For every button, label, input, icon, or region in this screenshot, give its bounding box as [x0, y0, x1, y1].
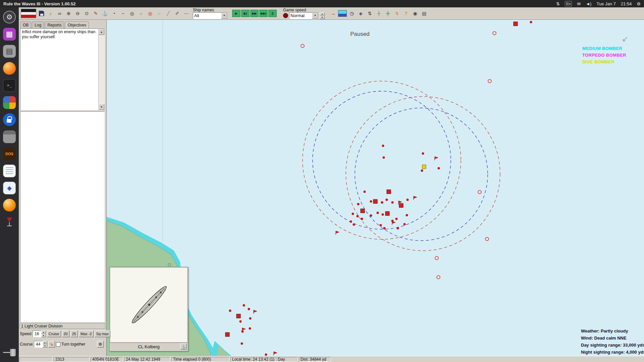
altitude-button[interactable]: ⇅ — [366, 9, 374, 18]
ship-dot[interactable] — [395, 218, 397, 220]
ship-dot[interactable] — [406, 214, 408, 216]
mail-icon[interactable]: ✉ — [577, 1, 581, 6]
flag-marker[interactable] — [274, 352, 277, 355]
course-input[interactable]: 44 ▲▼ — [34, 341, 47, 348]
aircraft-marker[interactable] — [488, 79, 491, 83]
ship-dot[interactable] — [422, 153, 424, 155]
dock-writer-icon[interactable] — [1, 163, 17, 179]
dock-terminal-icon[interactable]: >_ — [1, 78, 17, 93]
contact-rings-button[interactable]: ◎ — [128, 9, 136, 18]
course-pointer-button[interactable]: ⇘ — [48, 341, 55, 348]
dock-firefox-icon[interactable] — [1, 61, 17, 76]
aircraft-marker[interactable] — [493, 32, 496, 35]
ship-dot[interactable] — [352, 213, 354, 215]
chevron-down-icon[interactable]: ▼ — [221, 13, 227, 19]
anchor-button[interactable]: ⚓ — [180, 344, 186, 350]
flag-marker[interactable] — [435, 157, 438, 160]
dock-trash-icon[interactable] — [1, 345, 17, 360]
ship-dot[interactable] — [229, 310, 231, 312]
play-step-button[interactable]: ▶| — [241, 10, 250, 17]
selected-unit-square[interactable] — [422, 165, 426, 169]
tactical-map[interactable]: Paused ↙ MEDIUM BOMBERTORPEDO BOMBERDIVE… — [107, 20, 644, 356]
ship-dot[interactable] — [407, 199, 409, 201]
ship-dot[interactable] — [421, 170, 423, 172]
clock-time[interactable]: 21:54 — [621, 1, 632, 6]
flagship-square[interactable] — [361, 209, 365, 213]
tab-objectives[interactable]: Objectives — [65, 21, 89, 28]
ship-dot[interactable] — [249, 327, 251, 329]
speed-preset-25[interactable]: 25 — [70, 330, 78, 337]
ruler-button[interactable]: ╱ — [164, 9, 172, 18]
dock-dosbox-icon[interactable]: DOS — [1, 146, 17, 162]
ship-dot[interactable] — [380, 224, 382, 226]
zoom-out-button[interactable]: ⊖ — [73, 9, 82, 18]
ship-dot[interactable] — [383, 157, 385, 159]
flag-marker[interactable] — [254, 310, 257, 314]
language-indicator[interactable]: En — [565, 1, 572, 6]
binoculars-button[interactable]: ∞ — [55, 9, 64, 18]
speed-preset-max-2[interactable]: Max -2 — [79, 330, 94, 337]
radio-button[interactable]: ╪ — [384, 9, 392, 18]
ship-dot[interactable] — [381, 201, 383, 203]
objectives-scrollbar[interactable]: ▲ ▼ — [98, 29, 104, 110]
red-target-button[interactable]: ◎ — [146, 9, 154, 18]
scroll-track[interactable] — [99, 35, 104, 104]
print-button[interactable]: ▤ — [420, 9, 428, 18]
flagship-square[interactable] — [514, 22, 518, 26]
tab-ob[interactable]: OB — [20, 21, 31, 28]
screenshot-button[interactable]: ◉ — [411, 9, 419, 18]
flagship-square[interactable] — [385, 212, 389, 216]
aircraft-marker[interactable] — [485, 237, 489, 241]
play-faster-button[interactable]: ▶▶| — [259, 10, 268, 17]
speed-preset-sq-max[interactable]: Sq max — [95, 330, 110, 337]
flagship-square[interactable] — [225, 333, 229, 337]
session-settings-icon[interactable]: ⚙ — [637, 1, 641, 6]
aircraft-marker[interactable] — [301, 44, 304, 48]
range-minus-button[interactable]: − — [119, 9, 127, 18]
stopwatch-button[interactable]: ◷ — [347, 9, 356, 18]
play-fast-button[interactable]: ▶▶ — [250, 10, 259, 17]
flagship-square[interactable] — [399, 203, 403, 207]
ship-dot[interactable] — [383, 227, 385, 229]
flagship-square[interactable] — [373, 199, 377, 203]
keyboard-indicator-icon[interactable]: ⇅ — [556, 1, 560, 6]
division-settings-button[interactable]: ⚙ — [97, 341, 104, 348]
zoom-in-button[interactable]: ⊕ — [64, 9, 73, 18]
ship-dot[interactable] — [377, 212, 379, 214]
dock-menu-icon[interactable]: ⚙ — [1, 9, 17, 25]
dock-control-center-icon[interactable] — [1, 95, 17, 110]
flag-marker[interactable] — [336, 231, 339, 235]
log-notes-button[interactable]: ♪ — [46, 9, 55, 18]
ship-dot[interactable] — [391, 201, 393, 203]
zoom-fit-button[interactable]: ⊙ — [83, 9, 91, 18]
ship-dot[interactable] — [350, 221, 352, 223]
sea-view-button[interactable] — [338, 10, 347, 17]
ship-dot[interactable] — [239, 320, 241, 322]
game-speed-spinner[interactable]: ▲▼ — [320, 12, 325, 19]
ship-dot[interactable] — [249, 317, 251, 319]
dock-virtualbox-icon[interactable]: ◆ — [1, 180, 17, 196]
dock-software-icon[interactable]: ▦ — [1, 26, 17, 42]
ship-dot[interactable] — [241, 330, 244, 333]
flagship-square[interactable] — [387, 190, 391, 194]
advance-button[interactable]: → — [329, 9, 337, 18]
flag-marker[interactable] — [392, 221, 395, 225]
ship-dot[interactable] — [265, 354, 267, 356]
dock-archive-icon[interactable] — [1, 129, 17, 144]
ship-dot[interactable] — [382, 145, 384, 147]
ship-dot[interactable] — [397, 227, 399, 229]
ship-dot[interactable] — [364, 191, 366, 193]
tab-log[interactable]: Log — [32, 21, 44, 28]
radar-button[interactable]: ┼ — [375, 9, 383, 18]
dock-wine-icon[interactable] — [1, 215, 17, 230]
clock-date[interactable]: Tue Jan 7 — [596, 1, 615, 6]
game-speed-dropdown[interactable]: Normal ▼ — [289, 12, 319, 19]
tab-reports[interactable]: Reports — [45, 21, 64, 28]
dock-keyring-icon[interactable] — [1, 112, 17, 127]
speed-spinner[interactable]: ▲▼ — [41, 330, 46, 337]
volume-icon[interactable]: ◄) — [586, 1, 591, 6]
ship-dot[interactable] — [241, 343, 243, 345]
speed-input[interactable]: 16 ▲▼ — [33, 330, 46, 337]
green-ring-button[interactable]: ○ — [137, 9, 145, 18]
ship-dot[interactable] — [361, 218, 363, 220]
